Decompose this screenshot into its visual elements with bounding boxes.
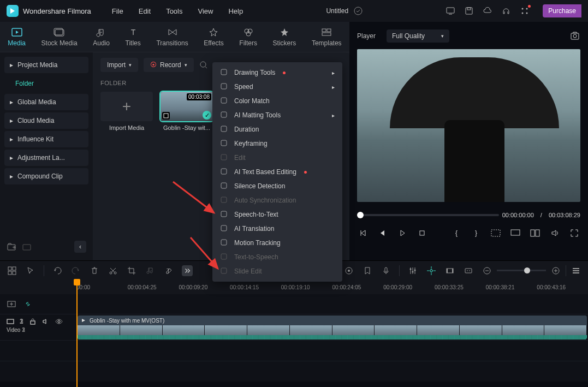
text-edit-icon[interactable]: T bbox=[163, 265, 174, 276]
stop-button[interactable] bbox=[416, 227, 428, 239]
quality-dropdown[interactable]: Full Quality▾ bbox=[387, 29, 449, 43]
media-tabs: Media Stock Media Audio TTitles Transiti… bbox=[0, 22, 349, 52]
play-backward-button[interactable] bbox=[377, 227, 389, 239]
save-icon[interactable] bbox=[464, 6, 474, 16]
tab-effects[interactable]: Effects bbox=[199, 25, 228, 49]
folder-icon[interactable] bbox=[22, 242, 32, 252]
video-type-icon bbox=[162, 112, 170, 120]
ratio-button[interactable] bbox=[490, 227, 502, 239]
search-icon[interactable] bbox=[199, 61, 208, 69]
context-item-ai-translation[interactable]: AI Translation bbox=[212, 222, 342, 236]
svg-point-7 bbox=[522, 13, 524, 14]
timeline-clip[interactable]: Goblin -Stay with me MV(OST) bbox=[78, 315, 587, 340]
context-item-motion-tracking[interactable]: Motion Tracking bbox=[212, 236, 342, 250]
svg-rect-94 bbox=[221, 240, 227, 245]
sidebar-item-global-media[interactable]: ▸Global Media bbox=[4, 94, 88, 110]
keyframe-tool-icon[interactable] bbox=[426, 265, 437, 276]
cut-icon[interactable] bbox=[108, 265, 118, 276]
context-item-speed[interactable]: Speed▸ bbox=[212, 80, 342, 94]
menu-view[interactable]: View bbox=[198, 7, 213, 15]
context-item-drawing-tools[interactable]: Drawing Tools▸ bbox=[212, 66, 342, 80]
display-button[interactable] bbox=[509, 227, 521, 239]
tab-transitions[interactable]: Transitions bbox=[152, 25, 192, 49]
scrubber[interactable] bbox=[357, 214, 499, 216]
compare-button[interactable] bbox=[529, 227, 541, 239]
tab-media[interactable]: Media bbox=[3, 25, 30, 49]
menu-tools[interactable]: Tools bbox=[166, 7, 182, 15]
tts-icon bbox=[220, 253, 229, 261]
redo-icon[interactable] bbox=[70, 265, 81, 276]
cloud-icon[interactable] bbox=[483, 6, 492, 16]
media-clip-tile[interactable]: 00:03:08 ✓ Goblin -Stay wit... bbox=[161, 92, 213, 131]
purchase-button[interactable]: Purchase bbox=[543, 4, 581, 17]
prev-frame-button[interactable] bbox=[357, 227, 369, 239]
context-item-duration[interactable]: Duration bbox=[212, 122, 342, 136]
track-video-2: 2 Video 2 bbox=[0, 340, 588, 361]
context-item-ai-text-based-editing[interactable]: AI Text Based Editing bbox=[212, 165, 342, 179]
link-icon[interactable] bbox=[23, 299, 33, 309]
music-icon[interactable] bbox=[145, 265, 156, 276]
context-item-ai-matting-tools[interactable]: AI Matting Tools▸ bbox=[212, 108, 342, 122]
playhead[interactable] bbox=[76, 280, 78, 387]
sidebar-item-compound-clip[interactable]: ▸Compound Clip bbox=[4, 168, 88, 184]
tab-stickers[interactable]: Stickers bbox=[269, 25, 301, 49]
new-folder-icon[interactable] bbox=[7, 242, 16, 252]
sidebar-item-folder[interactable]: Folder bbox=[4, 75, 88, 92]
zoom-in-button[interactable] bbox=[550, 265, 561, 276]
menu-help[interactable]: Help bbox=[228, 7, 243, 15]
marker-icon[interactable] bbox=[362, 265, 373, 276]
import-button[interactable]: Import▾ bbox=[100, 58, 138, 72]
menu-edit[interactable]: Edit bbox=[139, 7, 151, 15]
mute-icon[interactable] bbox=[42, 318, 50, 325]
video-preview[interactable] bbox=[357, 49, 580, 202]
record-button[interactable]: ⦿Record▾ bbox=[144, 58, 194, 72]
tab-audio[interactable]: Audio bbox=[88, 25, 114, 49]
context-item-edit: Edit bbox=[212, 151, 342, 165]
sidebar-item-cloud-media[interactable]: ▸Cloud Media bbox=[4, 112, 88, 129]
tab-titles[interactable]: TTitles bbox=[121, 25, 145, 49]
zoom-out-button[interactable] bbox=[482, 265, 492, 276]
crop-icon[interactable] bbox=[126, 265, 137, 276]
mark-out-button[interactable]: } bbox=[470, 227, 482, 239]
record-icon[interactable] bbox=[343, 265, 354, 276]
undo-icon[interactable] bbox=[52, 265, 63, 276]
mark-in-button[interactable]: { bbox=[450, 227, 462, 239]
monitor-icon[interactable] bbox=[446, 6, 455, 16]
volume-button[interactable] bbox=[549, 227, 561, 239]
expand-tools-button[interactable] bbox=[182, 265, 193, 276]
svg-line-24 bbox=[205, 67, 207, 68]
project-title: Untitled bbox=[247, 7, 441, 15]
time-ruler[interactable]: 00:00 00:00:04:25 00:00:09:20 00:00:14:1… bbox=[0, 280, 588, 294]
add-track-icon[interactable] bbox=[7, 299, 16, 309]
sidebar-item-adjustment-layer[interactable]: ▸Adjustment La... bbox=[4, 150, 88, 166]
mixer-icon[interactable] bbox=[407, 265, 418, 276]
sidebar-item-influence-kit[interactable]: ▸Influence Kit bbox=[4, 131, 88, 147]
context-item-speech-to-text[interactable]: Speech-to-Text bbox=[212, 207, 342, 222]
play-button[interactable] bbox=[396, 227, 408, 239]
snapshot-icon[interactable] bbox=[569, 31, 580, 41]
import-media-tile[interactable]: + Import Media bbox=[100, 92, 153, 131]
track-view-icon[interactable] bbox=[571, 265, 581, 276]
fullscreen-button[interactable] bbox=[568, 227, 580, 239]
zoom-slider[interactable] bbox=[497, 270, 546, 271]
sidebar-item-project-media[interactable]: ▸Project Media bbox=[4, 57, 88, 73]
context-item-silence-detection[interactable]: Silence Detection bbox=[212, 179, 342, 193]
context-item-color-match[interactable]: Color Match bbox=[212, 94, 342, 108]
tab-templates[interactable]: Templates bbox=[307, 25, 346, 49]
mic-icon[interactable] bbox=[381, 265, 391, 276]
collapse-sidebar-button[interactable]: ‹ bbox=[74, 241, 86, 253]
speed-icon bbox=[220, 82, 229, 91]
tab-stock-media[interactable]: Stock Media bbox=[37, 25, 82, 49]
menu-file[interactable]: File bbox=[112, 7, 123, 15]
layout-icon[interactable] bbox=[7, 265, 17, 276]
visibility-icon[interactable] bbox=[55, 318, 63, 325]
context-item-keyframing[interactable]: Keyframing bbox=[212, 136, 342, 151]
pointer-icon[interactable] bbox=[25, 265, 36, 276]
headphones-icon[interactable] bbox=[501, 6, 511, 16]
render-icon[interactable] bbox=[444, 265, 455, 276]
delete-icon[interactable] bbox=[89, 265, 100, 276]
player-panel: Player Full Quality▾ 00:00:00:00 / 00:03… bbox=[349, 22, 588, 260]
lock-icon[interactable] bbox=[29, 318, 37, 325]
tab-filters[interactable]: Filters bbox=[235, 25, 262, 49]
caption-icon[interactable] bbox=[463, 265, 474, 276]
